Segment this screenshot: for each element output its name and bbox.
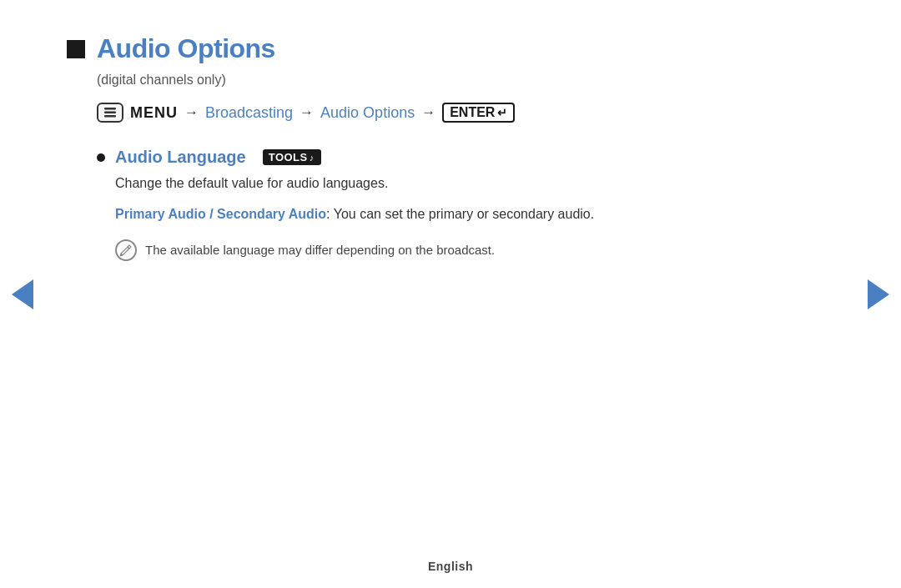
note-icon (115, 239, 137, 261)
breadcrumb: MENU → Broadcasting → Audio Options → EN… (97, 103, 834, 123)
enter-arrow-icon: ↵ (497, 106, 507, 119)
svg-rect-0 (104, 108, 116, 110)
svg-rect-2 (104, 115, 116, 118)
tools-note-icon: ♪ (310, 153, 315, 163)
pencil-icon (119, 244, 133, 257)
breadcrumb-arrow-2: → (299, 104, 314, 121)
section-icon (67, 40, 85, 58)
note-text: The available language may differ depend… (145, 239, 495, 260)
title-row: Audio Options (67, 33, 834, 64)
footer: English (428, 560, 473, 573)
nav-arrow-left[interactable] (10, 279, 35, 309)
breadcrumb-broadcasting: Broadcasting (205, 104, 293, 122)
enter-label: ENTER (450, 105, 495, 120)
breadcrumb-arrow-1: → (184, 104, 199, 121)
page-container: Audio Options (digital channels only) ME… (0, 0, 901, 588)
page-title: Audio Options (97, 33, 275, 64)
tools-badge-label: TOOLS (269, 151, 308, 163)
breadcrumb-arrow-3: → (421, 104, 435, 121)
right-arrow-icon (868, 279, 889, 309)
menu-label: MENU (130, 104, 178, 122)
primary-secondary-link: Primary Audio / Secondary Audio (115, 207, 326, 221)
breadcrumb-audio-options: Audio Options (320, 104, 415, 122)
bullet-icon (97, 153, 105, 162)
primary-secondary-row: Primary Audio / Secondary Audio: You can… (115, 204, 834, 225)
note-row: The available language may differ depend… (115, 239, 834, 261)
page-subtitle: (digital channels only) (97, 73, 834, 88)
menu-symbol-icon (103, 106, 117, 119)
enter-button: ENTER↵ (442, 103, 515, 123)
primary-secondary-text: : You can set the primary or secondary a… (326, 207, 594, 221)
svg-rect-1 (104, 112, 116, 114)
audio-language-label: Audio Language (115, 148, 246, 167)
left-arrow-icon (12, 279, 33, 309)
tools-badge: TOOLS♪ (263, 149, 321, 165)
audio-language-row: Audio Language TOOLS♪ (97, 148, 834, 167)
description-text: Change the default value for audio langu… (115, 173, 834, 193)
section-content: Audio Language TOOLS♪ Change the default… (97, 148, 834, 261)
nav-arrow-right[interactable] (866, 279, 891, 309)
footer-language: English (428, 560, 473, 573)
menu-icon (97, 103, 123, 123)
